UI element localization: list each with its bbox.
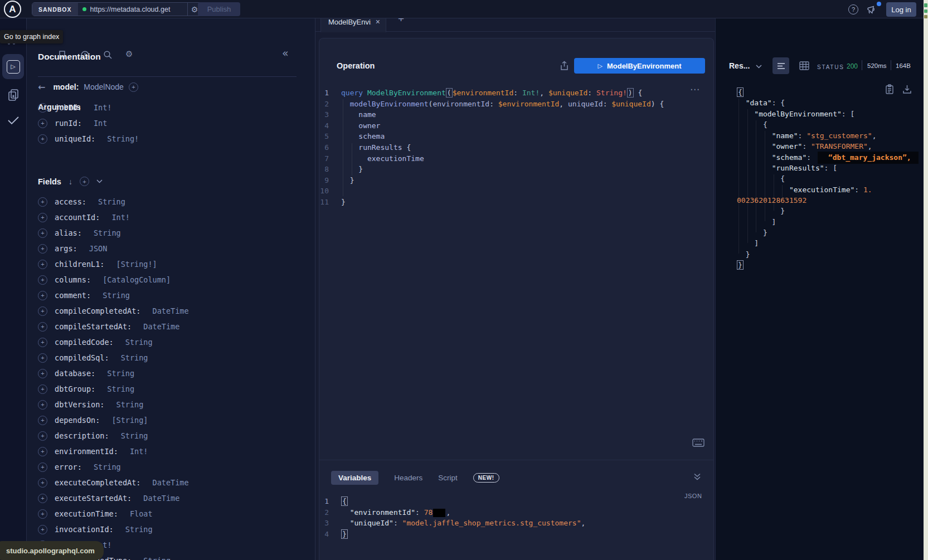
field-type[interactable]: String [121, 525, 153, 534]
collapse-variables-button[interactable] [693, 473, 701, 480]
field-type[interactable]: DateTime [148, 306, 188, 315]
field-type[interactable]: [String!] [111, 260, 157, 269]
add-field-button[interactable]: + [38, 478, 47, 488]
endpoint-url-input[interactable]: https://metadata.cloud.get [78, 3, 187, 16]
field-name[interactable]: compiledSql: [55, 353, 109, 362]
field-name[interactable]: dependsOn: [55, 416, 100, 425]
add-all-fields-button[interactable]: + [129, 82, 138, 92]
add-field-button[interactable]: + [38, 525, 47, 534]
field-type[interactable]: String [98, 291, 130, 300]
operation-variables-divider[interactable] [319, 460, 714, 460]
field-type[interactable]: Int! [89, 103, 112, 112]
response-table-view-toggle[interactable] [799, 61, 809, 70]
response-title-chevron[interactable] [756, 65, 762, 69]
add-field-button[interactable]: + [38, 228, 47, 238]
add-field-button[interactable]: + [38, 103, 47, 113]
field-type[interactable]: String [103, 384, 134, 393]
field-name[interactable]: compileCompletedAt: [55, 306, 140, 315]
field-type[interactable]: Int [89, 119, 108, 128]
add-field-button[interactable]: + [38, 431, 47, 441]
add-fields-button[interactable]: + [80, 177, 89, 186]
field-name[interactable]: description: [55, 431, 109, 440]
add-field-button[interactable]: + [38, 462, 47, 472]
field-name[interactable]: childrenL1: [55, 260, 104, 269]
field-type[interactable]: String! [103, 134, 139, 143]
add-field-button[interactable]: + [38, 509, 47, 519]
login-button[interactable]: Log in [886, 2, 916, 17]
field-type[interactable]: Int! [107, 213, 130, 222]
field-type[interactable]: String [89, 228, 121, 237]
add-field-button[interactable]: + [38, 260, 47, 269]
add-field-button[interactable]: + [38, 306, 47, 316]
field-name[interactable]: environmentId: [55, 447, 118, 456]
field-name[interactable]: alias: [55, 228, 82, 237]
field-name[interactable]: runId: [55, 119, 82, 128]
field-name[interactable]: executeStartedAt: [55, 494, 132, 503]
field-name[interactable]: database: [55, 369, 95, 378]
keyboard-shortcuts-button[interactable] [692, 439, 704, 447]
field-name[interactable]: compiledCode: [55, 338, 114, 347]
field-type[interactable]: DateTime [139, 494, 179, 503]
explorer-settings-button[interactable]: ⚙ [125, 49, 133, 59]
field-name[interactable]: columns: [55, 275, 91, 284]
field-name[interactable]: executionTime: [55, 509, 118, 518]
announcements-button[interactable] [866, 4, 877, 15]
add-field-button[interactable]: + [38, 119, 47, 128]
add-field-button[interactable]: + [38, 416, 47, 425]
publish-button[interactable]: Publish [198, 2, 240, 16]
collapse-panel-button[interactable]: « [282, 47, 289, 59]
field-type[interactable]: String [103, 369, 134, 378]
nav-schema[interactable] [7, 88, 20, 101]
doc-type-link[interactable]: ModelNode [84, 82, 124, 91]
response-title[interactable]: Res... [729, 61, 750, 70]
field-type[interactable]: String [94, 197, 125, 206]
field-type[interactable]: DateTime [139, 322, 179, 331]
variables-editor[interactable]: { "environmentId": 78, "uniqueId": "mode… [341, 496, 585, 539]
field-type[interactable]: [CatalogColumn] [98, 275, 171, 284]
add-field-button[interactable]: + [38, 134, 47, 144]
add-field-button[interactable]: + [38, 353, 47, 363]
add-field-button[interactable]: + [38, 400, 47, 410]
field-type[interactable]: String [89, 462, 121, 471]
field-type[interactable]: String [116, 353, 148, 362]
add-field-button[interactable]: + [38, 213, 47, 222]
add-field-button[interactable]: + [38, 447, 47, 456]
search-button[interactable] [103, 50, 113, 60]
field-name[interactable]: args: [55, 244, 77, 253]
chevron-down-icon[interactable] [96, 179, 103, 183]
editor-overflow-menu[interactable]: ⋯ [690, 84, 701, 95]
field-name[interactable]: comment: [55, 291, 91, 300]
field-name[interactable]: dbtVersion: [55, 400, 104, 409]
apollo-logo[interactable]: A [4, 1, 21, 18]
close-tab-icon[interactable]: × [376, 17, 380, 26]
field-name[interactable]: invocationId: [55, 525, 114, 534]
field-name[interactable]: dbtGroup: [55, 384, 95, 393]
field-name[interactable]: access: [55, 197, 86, 206]
field-name[interactable]: compileStartedAt: [55, 322, 132, 331]
add-field-button[interactable]: + [38, 338, 47, 347]
field-type[interactable]: Int! [125, 447, 148, 456]
help-button[interactable]: ? [848, 4, 858, 14]
field-type[interactable]: Float [125, 509, 153, 518]
add-field-button[interactable]: + [38, 369, 47, 378]
operation-editor[interactable]: query ModelByEnvironment($environmentId:… [341, 87, 664, 208]
add-field-button[interactable]: + [38, 322, 47, 332]
nav-explorer-active[interactable]: ▷ [2, 54, 24, 79]
add-field-button[interactable]: + [38, 197, 47, 207]
tab-script[interactable]: Script [438, 474, 458, 482]
field-type[interactable]: DateTime [148, 478, 188, 487]
field-name[interactable]: uniqueId: [55, 134, 95, 143]
field-type[interactable]: [String] [107, 416, 148, 425]
tab-headers[interactable]: Headers [394, 474, 422, 482]
field-name[interactable]: executeCompletedAt: [55, 478, 140, 487]
tab-variables[interactable]: Variables [331, 471, 378, 485]
field-type[interactable]: String [111, 400, 143, 409]
add-field-button[interactable]: + [38, 291, 47, 300]
field-name[interactable]: error: [55, 462, 82, 471]
field-type[interactable]: JSON [85, 244, 108, 253]
run-operation-button[interactable]: ▷ ModelByEnvironment [574, 58, 705, 74]
field-type[interactable]: String [121, 338, 153, 347]
response-raw-view-toggle[interactable] [772, 57, 789, 74]
share-operation-button[interactable] [560, 61, 569, 71]
add-field-button[interactable]: + [38, 494, 47, 503]
